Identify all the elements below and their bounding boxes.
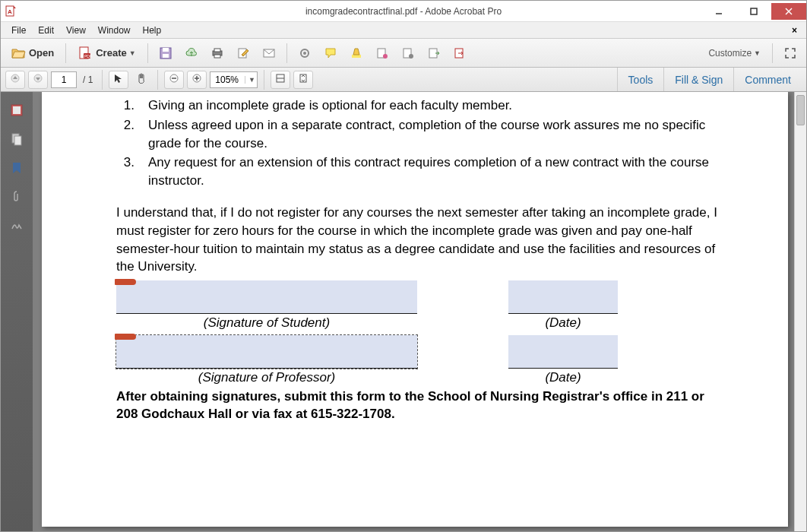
svg-rect-13 <box>214 49 220 52</box>
signature-row-1: (Signature of Student) (Date) <box>116 280 727 331</box>
select-icon <box>113 73 124 86</box>
highlight-button[interactable] <box>345 43 368 64</box>
svg-text:A: A <box>8 8 12 15</box>
tab-fill-sign[interactable]: Fill & Sign <box>663 68 733 91</box>
page-number-input[interactable] <box>51 71 77 88</box>
fit-width-icon <box>275 73 286 86</box>
zoom-select[interactable]: 105% ▼ <box>210 71 258 88</box>
minus-icon <box>169 74 179 85</box>
date-label-1: (Date) <box>545 315 581 331</box>
customize-button[interactable]: Customize ▼ <box>703 43 766 64</box>
chevron-down-icon: ▼ <box>129 49 136 57</box>
export-button[interactable] <box>422 43 445 64</box>
list-text: Any request for an extension of this con… <box>148 154 727 190</box>
mail-icon <box>263 47 275 59</box>
svg-rect-19 <box>352 55 361 58</box>
menu-file[interactable]: File <box>5 24 32 37</box>
svg-rect-37 <box>13 106 21 114</box>
zoom-in-button[interactable] <box>187 71 207 89</box>
separator <box>264 70 264 90</box>
highlight-icon <box>350 47 362 59</box>
svg-rect-11 <box>163 54 169 58</box>
separator <box>65 43 66 63</box>
svg-rect-39 <box>14 136 21 145</box>
submit-instruction: After obtaining signatures, submit this … <box>116 388 727 423</box>
vertical-scrollbar[interactable] <box>794 92 806 532</box>
cloud-button[interactable] <box>180 43 203 64</box>
scroll-thumb[interactable] <box>796 95 805 125</box>
titlebar: A incomgradecontractfinal.pdf - Adobe Ac… <box>1 1 806 22</box>
separator <box>286 43 287 63</box>
paragraph: I understand that, if I do not register … <box>116 204 727 276</box>
open-button[interactable]: Open <box>5 43 59 64</box>
fit-page-button[interactable] <box>293 71 313 89</box>
svg-point-21 <box>383 54 388 59</box>
signature-student-field[interactable] <box>116 280 417 314</box>
arrow-down-icon <box>33 74 43 85</box>
right-panel-tabs: Tools Fill & Sign Comment <box>617 68 802 91</box>
numbered-list: 1.Giving an incomplete grade is optional… <box>116 97 727 190</box>
fullscreen-icon <box>784 47 796 59</box>
signatures-icon[interactable] <box>9 218 24 233</box>
convert-button[interactable] <box>448 43 471 64</box>
settings-button[interactable] <box>293 43 316 64</box>
toolbar: Open PDF Create ▼ Customize ▼ <box>1 39 806 68</box>
document-viewport[interactable]: 1.Giving an incomplete grade is optional… <box>33 92 806 532</box>
svg-point-18 <box>303 52 306 55</box>
menu-edit[interactable]: Edit <box>32 24 60 37</box>
svg-rect-10 <box>163 48 169 52</box>
menu-window[interactable]: Window <box>92 24 137 37</box>
pan-tool-button[interactable] <box>131 71 151 89</box>
tab-comment[interactable]: Comment <box>733 68 802 91</box>
email-button[interactable] <box>258 43 280 64</box>
date-field-2[interactable] <box>508 335 618 369</box>
convert-icon <box>454 47 466 59</box>
create-label: Create <box>96 47 126 59</box>
date-field-1[interactable] <box>508 280 618 314</box>
stamp-button[interactable] <box>371 43 394 64</box>
comment-bubble-button[interactable] <box>319 43 342 64</box>
save-icon <box>160 47 172 59</box>
thumbnails-icon[interactable] <box>9 103 24 118</box>
menu-doc-close[interactable]: × <box>787 25 802 36</box>
tab-tools[interactable]: Tools <box>617 68 664 91</box>
separator <box>157 70 158 90</box>
window-title: incomgradecontractfinal.pdf - Adobe Acro… <box>305 6 502 17</box>
attachments-icon[interactable] <box>9 189 24 204</box>
signature-professor-field[interactable] <box>116 335 417 369</box>
svg-text:PDF: PDF <box>84 54 92 59</box>
page-down-button[interactable] <box>28 71 48 89</box>
minimize-button[interactable] <box>701 3 736 20</box>
attach-page-icon <box>402 47 414 59</box>
fullscreen-button[interactable] <box>779 43 802 64</box>
menu-help[interactable]: Help <box>137 24 168 37</box>
create-button[interactable]: PDF Create ▼ <box>72 43 141 64</box>
export-icon <box>428 47 440 59</box>
open-label: Open <box>29 47 54 59</box>
fit-width-button[interactable] <box>271 71 290 89</box>
stamp-icon <box>376 47 388 59</box>
separator <box>147 43 148 63</box>
attach-button[interactable] <box>397 43 419 64</box>
customize-label: Customize <box>708 48 752 59</box>
maximize-button[interactable] <box>736 3 771 20</box>
pages-icon[interactable] <box>9 131 24 147</box>
menu-view[interactable]: View <box>60 24 92 37</box>
list-text: Unless agreed upon in a separate contrac… <box>148 116 727 153</box>
save-button[interactable] <box>154 43 177 64</box>
close-button[interactable] <box>771 3 806 20</box>
svg-rect-3 <box>751 8 757 14</box>
hand-tool-button[interactable] <box>109 71 128 89</box>
print-button[interactable] <box>206 43 229 64</box>
bookmarks-icon[interactable] <box>9 160 24 176</box>
page-total: / 1 <box>80 74 96 85</box>
zoom-out-button[interactable] <box>164 71 184 89</box>
signature-student-block: (Signature of Student) <box>116 280 417 331</box>
edit-button[interactable] <box>232 43 255 64</box>
gear-icon <box>299 47 311 59</box>
svg-point-23 <box>409 54 413 59</box>
main-area: 1.Giving an incomplete grade is optional… <box>1 92 806 532</box>
page-up-button[interactable] <box>5 71 25 89</box>
list-item: 1.Giving an incomplete grade is optional… <box>116 97 727 115</box>
folder-open-icon <box>11 46 26 61</box>
